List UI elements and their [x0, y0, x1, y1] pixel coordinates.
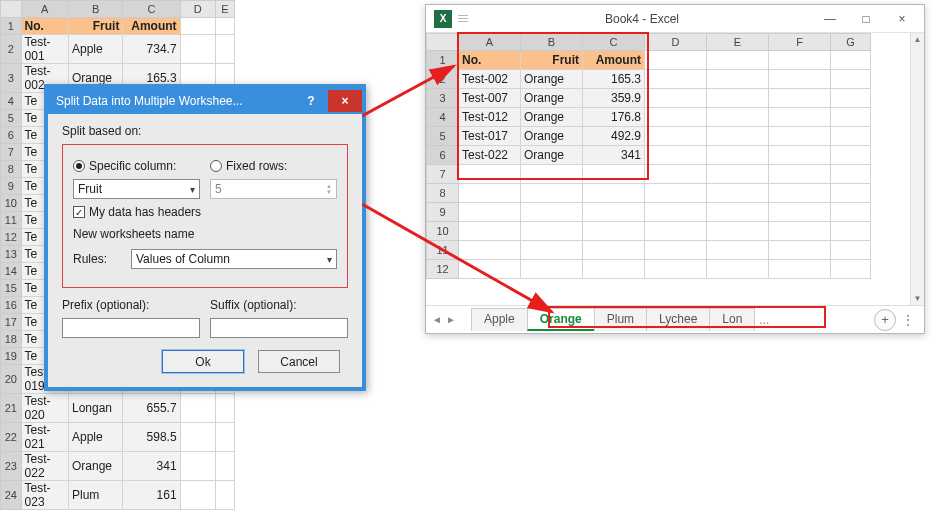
quick-access-icon [456, 11, 472, 26]
header-cell-fruit[interactable]: Fruit [521, 51, 583, 70]
row-header[interactable]: 5 [1, 110, 22, 127]
sheet-tab-plum[interactable]: Plum [594, 308, 647, 331]
vertical-scrollbar[interactable]: ▲ ▼ [910, 33, 924, 305]
row-header[interactable]: 3 [1, 64, 22, 93]
scroll-down-icon: ▼ [914, 294, 922, 303]
col-header-G[interactable]: G [831, 34, 871, 51]
chevron-down-icon: ▾ [190, 184, 195, 195]
row-header[interactable]: 13 [1, 246, 22, 263]
close-button[interactable]: × [884, 8, 920, 30]
fixed-rows-input[interactable]: 5 ▲▼ [210, 179, 337, 199]
dialog-title: Split Data into Multiple Workshee... [56, 94, 294, 108]
row-header[interactable]: 11 [1, 212, 22, 229]
row-header[interactable]: 11 [427, 241, 459, 260]
prefix-input[interactable] [62, 318, 200, 338]
add-sheet-button[interactable]: + [874, 309, 896, 331]
scroll-up-icon: ▲ [914, 35, 922, 44]
col-header-A[interactable]: A [459, 34, 521, 51]
col-header-D[interactable]: D [180, 1, 215, 18]
row-header[interactable]: 7 [427, 165, 459, 184]
specific-column-radio[interactable]: Specific column: [73, 159, 200, 173]
col-header-D[interactable]: D [645, 34, 707, 51]
row-header[interactable]: 9 [1, 178, 22, 195]
fixed-rows-radio[interactable]: Fixed rows: [210, 159, 337, 173]
specific-column-label: Specific column: [89, 159, 176, 173]
excel-icon: X [434, 10, 452, 28]
row-header[interactable]: 14 [1, 263, 22, 280]
row-header[interactable]: 4 [427, 108, 459, 127]
tab-nav-left[interactable]: ◄ [430, 314, 444, 325]
sheet-menu-button[interactable]: ⋮ [896, 313, 920, 327]
col-header-B[interactable]: B [521, 34, 583, 51]
row-header[interactable]: 12 [427, 260, 459, 279]
row-header[interactable]: 9 [427, 203, 459, 222]
dialog-titlebar[interactable]: Split Data into Multiple Workshee... ? × [48, 88, 362, 114]
row-header[interactable]: 23 [1, 452, 22, 481]
minimize-button[interactable]: — [812, 8, 848, 30]
spinner-icon: ▲▼ [326, 183, 332, 195]
header-cell-amount[interactable]: Amount [583, 51, 645, 70]
prefix-label: Prefix (optional): [62, 298, 200, 312]
header-cell-no[interactable]: No. [459, 51, 521, 70]
split-based-on-label: Split based on: [62, 124, 348, 138]
row-header[interactable]: 18 [1, 331, 22, 348]
row-header[interactable]: 15 [1, 280, 22, 297]
suffix-input[interactable] [210, 318, 348, 338]
row-header[interactable]: 20 [1, 365, 22, 394]
row-header[interactable]: 10 [1, 195, 22, 212]
row-header[interactable]: 4 [1, 93, 22, 110]
row-header[interactable]: 6 [1, 127, 22, 144]
row-header[interactable]: 1 [427, 51, 459, 70]
col-header-A[interactable]: A [21, 1, 68, 18]
row-header[interactable]: 12 [1, 229, 22, 246]
select-all-corner[interactable] [1, 1, 22, 18]
new-worksheets-name-label: New worksheets name [73, 227, 337, 241]
radio-dot-icon [73, 160, 85, 172]
check-icon: ✓ [73, 206, 85, 218]
rules-label: Rules: [73, 252, 121, 266]
column-select[interactable]: Fruit ▾ [73, 179, 200, 199]
row-header[interactable]: 7 [1, 144, 22, 161]
worksheet-grid[interactable]: A B C D E F G 1 No. Fruit Amount 2Test-0… [426, 33, 924, 305]
col-header-C[interactable]: C [583, 34, 645, 51]
row-header[interactable]: 6 [427, 146, 459, 165]
row-header[interactable]: 19 [1, 348, 22, 365]
tab-nav-right[interactable]: ► [444, 314, 458, 325]
column-select-value: Fruit [78, 182, 102, 196]
row-header[interactable]: 17 [1, 314, 22, 331]
row-header[interactable]: 21 [1, 394, 22, 423]
row-header[interactable]: 5 [427, 127, 459, 146]
row-header[interactable]: 2 [1, 35, 22, 64]
fixed-rows-value: 5 [215, 182, 222, 196]
ok-button[interactable]: Ok [162, 350, 244, 373]
col-header-B[interactable]: B [68, 1, 122, 18]
close-button[interactable]: × [328, 90, 362, 112]
sheet-tab-lychee[interactable]: Lychee [646, 308, 710, 331]
rules-select[interactable]: Values of Column ▾ [131, 249, 337, 269]
col-header-F[interactable]: F [769, 34, 831, 51]
tab-overflow[interactable]: ... [755, 313, 773, 327]
row-header[interactable]: 3 [427, 89, 459, 108]
sheet-tab-orange[interactable]: Orange [527, 308, 595, 331]
row-header[interactable]: 24 [1, 481, 22, 510]
row-header[interactable]: 1 [1, 18, 22, 35]
cancel-button[interactable]: Cancel [258, 350, 340, 373]
sheet-tab-lon[interactable]: Lon [709, 308, 755, 331]
row-header[interactable]: 8 [1, 161, 22, 178]
help-button[interactable]: ? [294, 90, 328, 112]
row-header[interactable]: 22 [1, 423, 22, 452]
select-all-corner[interactable] [427, 34, 459, 51]
row-header[interactable]: 8 [427, 184, 459, 203]
row-header[interactable]: 16 [1, 297, 22, 314]
options-fieldset: Specific column: Fixed rows: Fruit ▾ 5 [62, 144, 348, 288]
col-header-E[interactable]: E [215, 1, 234, 18]
sheet-tab-apple[interactable]: Apple [471, 308, 528, 331]
col-header-E[interactable]: E [707, 34, 769, 51]
row-header[interactable]: 10 [427, 222, 459, 241]
window-titlebar[interactable]: X Book4 - Excel — □ × [426, 5, 924, 33]
col-header-C[interactable]: C [123, 1, 180, 18]
has-headers-label: My data has headers [89, 205, 201, 219]
row-header[interactable]: 2 [427, 70, 459, 89]
has-headers-checkbox[interactable]: ✓ My data has headers [73, 205, 337, 219]
maximize-button[interactable]: □ [848, 8, 884, 30]
